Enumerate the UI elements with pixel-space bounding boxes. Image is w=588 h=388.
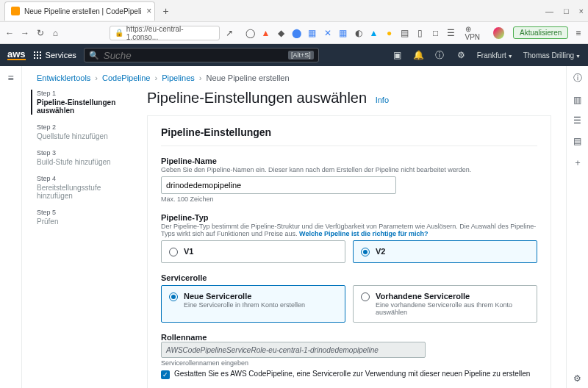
step-3[interactable]: Step 3 Build-Stufe hinzufügen <box>37 149 132 166</box>
browser-tab[interactable]: Neue Pipeline erstellen | CodePipeli × <box>4 1 155 21</box>
radio-icon <box>169 248 178 256</box>
rail-add-icon[interactable]: ＋ <box>573 157 582 169</box>
notifications-icon[interactable]: 🔔 <box>413 50 424 61</box>
ext-icon[interactable]: ● <box>384 28 395 38</box>
step-5[interactable]: Step 5 Prüfen <box>37 209 132 226</box>
search-box[interactable]: 🔍 [Alt+S] <box>84 48 319 62</box>
search-input[interactable] <box>104 50 284 61</box>
share-icon[interactable]: ↗ <box>224 28 235 38</box>
type-hint: Der Pipeline-Typ bestimmt die Pipeline-S… <box>161 223 537 237</box>
user-menu[interactable]: Thomas Drilling <box>523 51 581 60</box>
services-label: Services <box>46 51 76 60</box>
checkbox-label: Gestatten Sie es AWS CodePipeline, eine … <box>174 370 530 378</box>
rolename-label: Rollenname <box>161 333 537 342</box>
pipeline-type-v1[interactable]: V1 <box>161 240 345 263</box>
ext-icon[interactable]: ☰ <box>446 28 456 38</box>
lock-icon: 🔒 <box>115 29 123 37</box>
panel-heading: Pipeline-Einstellungen <box>161 126 537 146</box>
window-controls: — □ × <box>545 7 584 15</box>
browser-tab-bar: Neue Pipeline erstellen | CodePipeli × +… <box>0 0 588 22</box>
url-text: https://eu-central-1.conso... <box>126 25 215 41</box>
radio-icon <box>169 292 178 301</box>
ext-icon[interactable]: ⬤ <box>292 28 302 38</box>
extension-icons: ◯ ▲ ◆ ⬤ ▦ ✕ ▦ ◐ ▲ ● ▤ ▯ □ ☰ <box>245 28 456 38</box>
help-icon[interactable]: ⓘ <box>434 50 445 61</box>
aws-console-header: aws Services 🔍 [Alt+S] ▣ 🔔 ⓘ ⚙ Frankfurt… <box>0 44 588 66</box>
grid-icon <box>33 51 42 60</box>
maximize-icon[interactable]: □ <box>564 7 569 15</box>
sidebar-toggle[interactable]: ≡ <box>0 66 22 388</box>
ext-icon[interactable]: □ <box>431 28 441 38</box>
region-selector[interactable]: Frankfurt <box>477 51 513 60</box>
name-label: Pipeline-Name <box>161 157 537 165</box>
breadcrumb: Entwicklertools› CodePipeline› Pipelines… <box>22 66 566 90</box>
cloudshell-icon[interactable]: ▣ <box>392 50 403 61</box>
back-icon[interactable]: ← <box>4 28 15 38</box>
search-icon: 🔍 <box>89 51 99 60</box>
right-rail: ⓘ ▥ ☰ ▤ ＋ ⚙ <box>566 66 588 388</box>
name-sub: Max. 100 Zeichen <box>161 195 537 203</box>
shield-icon[interactable]: ◯ <box>245 28 256 38</box>
close-tab-icon[interactable]: × <box>146 6 151 16</box>
ext-icon[interactable]: ▤ <box>400 28 410 38</box>
breadcrumb-current: Neue Pipeline erstellen <box>206 73 289 82</box>
page-title: Pipeline-Einstellungen auswählen Info <box>147 90 551 107</box>
ext-icon[interactable]: ▯ <box>415 28 426 38</box>
rail-icon[interactable]: ▥ <box>573 95 581 105</box>
forward-icon[interactable]: → <box>20 28 31 38</box>
update-button[interactable]: Aktualisieren <box>513 26 568 39</box>
rolename-input[interactable]: AWSCodePipelineServiceRole-eu-central-1-… <box>161 342 426 358</box>
ext-icon[interactable]: ▦ <box>307 28 318 38</box>
role-new[interactable]: Neue Servicerolle Eine Servicerolle in I… <box>161 285 345 323</box>
info-icon[interactable]: ⓘ <box>573 72 582 85</box>
reload-icon[interactable]: ↻ <box>35 28 46 38</box>
brave-icon[interactable]: ▲ <box>261 28 271 38</box>
shortcut-hint: [Alt+S] <box>288 51 314 60</box>
services-menu[interactable]: Services <box>33 51 76 60</box>
aws-favicon <box>11 7 20 15</box>
type-help-link[interactable]: Welche Pipeline ist die richtige für mic… <box>299 230 428 237</box>
rail-icon[interactable]: ▤ <box>573 136 581 146</box>
step-4[interactable]: Step 4 Bereitstellungsstufe hinzufügen <box>37 175 132 200</box>
new-tab-button[interactable]: + <box>158 5 173 17</box>
ext-icon[interactable]: ▦ <box>338 28 348 38</box>
info-link[interactable]: Info <box>376 96 389 104</box>
breadcrumb-link[interactable]: Pipelines <box>162 73 195 82</box>
minimize-icon[interactable]: — <box>545 7 553 15</box>
name-hint: Geben Sie den Pipeline-Namen ein. Dieser… <box>161 166 537 173</box>
breadcrumb-link[interactable]: Entwicklertools <box>37 73 90 82</box>
ext-icon[interactable]: ▲ <box>369 28 379 38</box>
ext-icon[interactable]: ◆ <box>276 28 287 38</box>
tab-title: Neue Pipeline erstellen | CodePipeli <box>24 7 141 15</box>
profile-avatar[interactable] <box>493 27 504 39</box>
breadcrumb-link[interactable]: CodePipeline <box>102 73 150 82</box>
radio-icon <box>361 292 370 301</box>
rolename-sub: Servicerollennamen eingeben <box>161 359 537 367</box>
ext-icon[interactable]: ✕ <box>323 28 333 38</box>
pipeline-type-v2[interactable]: V2 <box>353 240 537 263</box>
rail-icon[interactable]: ☰ <box>573 115 581 126</box>
vpn-label[interactable]: ⊕ VPN <box>465 25 487 41</box>
gear-icon[interactable]: ⚙ <box>573 373 581 384</box>
home-icon[interactable]: ⌂ <box>50 28 61 38</box>
wizard-steps: Step 1 Pipeline-Einstellungen auswählen … <box>37 90 132 388</box>
role-label: Servicerolle <box>161 273 537 282</box>
menu-icon[interactable]: ≡ <box>573 28 584 38</box>
settings-panel: Pipeline-Einstellungen Pipeline-Name Geb… <box>147 115 551 388</box>
aws-logo[interactable]: aws <box>7 50 26 60</box>
url-input[interactable]: 🔒 https://eu-central-1.conso... <box>110 26 220 40</box>
type-label: Pipeline-Typ <box>161 213 537 222</box>
settings-icon[interactable]: ⚙ <box>456 50 467 61</box>
pipeline-name-input[interactable] <box>161 176 396 194</box>
step-2[interactable]: Step 2 Quellstufe hinzufügen <box>37 123 132 140</box>
close-window-icon[interactable]: × <box>579 7 584 15</box>
address-bar: ← → ↻ ⌂ 🔒 https://eu-central-1.conso... … <box>0 22 588 44</box>
role-existing[interactable]: Vorhandene Servicerolle Eine vorhandene … <box>353 285 537 323</box>
allow-role-checkbox[interactable]: ✓ <box>161 370 170 379</box>
ext-icon[interactable]: ◐ <box>354 28 364 38</box>
radio-icon <box>361 248 370 256</box>
step-1[interactable]: Step 1 Pipeline-Einstellungen auswählen <box>31 90 132 115</box>
